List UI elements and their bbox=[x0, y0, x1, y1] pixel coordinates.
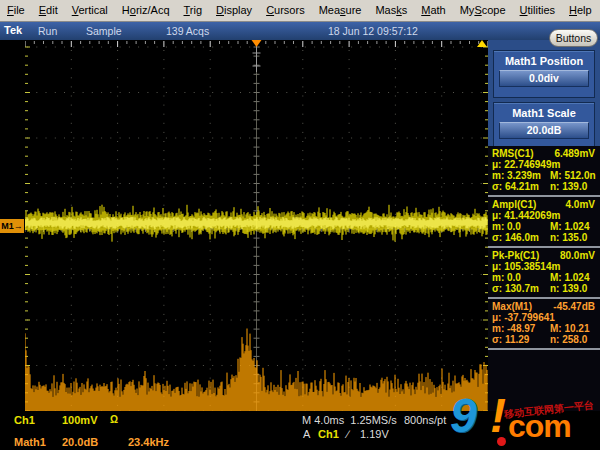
math1-position-marker[interactable]: M1→ bbox=[0, 219, 24, 233]
status-bar: Tek Run Sample 139 Acqs 18 Jun 12 09:57:… bbox=[0, 22, 600, 40]
resolution-readout: 800ns/pt bbox=[404, 414, 446, 426]
menu-cursors[interactable]: Cursors bbox=[259, 0, 312, 16]
trigger-prefix: A bbox=[303, 428, 310, 440]
menu-help[interactable]: Help bbox=[562, 0, 599, 16]
math1-scale-control: Math1 Scale 20.0dB bbox=[493, 102, 595, 150]
measurement-name: RMS(C1) bbox=[492, 148, 534, 159]
measurement-value: 4.0mV bbox=[566, 199, 597, 210]
control-panel: Math1 Position 0.0div Math1 Scale 20.0dB… bbox=[488, 40, 600, 411]
measurement-stat: n: 135.0 bbox=[550, 232, 587, 243]
ch1-coupling-icon: Ω bbox=[110, 414, 118, 425]
measurement-stat: n: 258.0 bbox=[550, 334, 587, 345]
measurement-stat: n: 139.0 bbox=[550, 181, 587, 192]
acquisition-state: Run bbox=[38, 25, 57, 37]
trigger-position-stem bbox=[253, 47, 261, 72]
measurement-stat: m: -48.97 bbox=[492, 323, 550, 334]
oscilloscope-screen: FileEditVerticalHoriz/AcqTrigDisplayCurs… bbox=[0, 0, 600, 450]
measurement-stat: μ: 41.442069m bbox=[492, 210, 560, 221]
measurement-stat: M: 1.024 bbox=[550, 221, 589, 232]
trigger-source: Ch1 bbox=[318, 428, 339, 440]
measurement-name: Pk-Pk(C1) bbox=[492, 250, 539, 261]
acquisition-mode: Sample bbox=[86, 25, 122, 37]
menu-bar: FileEditVerticalHoriz/AcqTrigDisplayCurs… bbox=[0, 0, 600, 22]
measurement-stat: M: 512.0n bbox=[550, 170, 596, 181]
measurement-stat: M: 1.024 bbox=[550, 272, 589, 283]
datetime: 18 Jun 12 09:57:12 bbox=[328, 25, 418, 37]
measurement-block-2: Ampl(C1)4.0mVμ: 41.442069mm: 0.0M: 1.024… bbox=[488, 197, 600, 248]
trigger-level-readout: 1.19V bbox=[360, 428, 389, 440]
menu-math[interactable]: Math bbox=[414, 0, 452, 16]
measurement-block-4: Max(M1)-45.47dBμ: -37.799641m: -48.97M: … bbox=[488, 299, 600, 350]
math1-position-value[interactable]: 0.0div bbox=[499, 70, 589, 87]
measurement-name: Ampl(C1) bbox=[492, 199, 536, 210]
math1-scale-readout[interactable]: 20.0dB bbox=[62, 436, 98, 448]
measurement-block-1: RMS(C1)6.489mVμ: 22.746949mm: 3.239mM: 5… bbox=[488, 146, 600, 197]
watermark-dot bbox=[497, 437, 506, 446]
measurement-stat: m: 3.239m bbox=[492, 170, 550, 181]
measurement-stat: M: 10.21 bbox=[550, 323, 589, 334]
measurement-stat: σ: 11.29 bbox=[492, 334, 550, 345]
menu-measure[interactable]: Measure bbox=[312, 0, 369, 16]
math1-label[interactable]: Math1 bbox=[14, 436, 46, 448]
watermark-exclamation: ! bbox=[490, 388, 506, 443]
measurement-stat: m: 0.0 bbox=[492, 272, 550, 283]
measurement-readouts: RMS(C1)6.489mVμ: 22.746949mm: 3.239mM: 5… bbox=[488, 146, 600, 411]
menu-utilities[interactable]: Utilities bbox=[513, 0, 562, 16]
measurement-value: -45.47dB bbox=[553, 301, 597, 312]
math1-scale-value[interactable]: 20.0dB bbox=[499, 122, 589, 139]
measurement-block-3: Pk-Pk(C1)80.0mVμ: 105.38514mm: 0.0M: 1.0… bbox=[488, 248, 600, 299]
measurement-stat: m: 0.0 bbox=[492, 221, 550, 232]
math1-scale-label: Math1 Scale bbox=[494, 107, 594, 119]
measurement-stat: μ: -37.799641 bbox=[492, 312, 555, 323]
menu-myscope[interactable]: MyScope bbox=[453, 0, 513, 16]
menu-trig[interactable]: Trig bbox=[177, 0, 210, 16]
menu-display[interactable]: Display bbox=[209, 0, 259, 16]
math1-frequency-readout: 23.4kHz bbox=[128, 436, 169, 448]
graticule-display bbox=[25, 40, 488, 411]
measurement-stat: σ: 130.7m bbox=[492, 283, 550, 294]
trigger-position-marker[interactable] bbox=[252, 40, 262, 47]
measurement-stat: σ: 64.21m bbox=[492, 181, 550, 192]
buttons-button[interactable]: Buttons bbox=[549, 29, 598, 47]
measurement-stat: σ: 146.0m bbox=[492, 232, 550, 243]
watermark-logo: 移动互联网第一平台 9 ! com bbox=[448, 394, 600, 450]
trigger-slope-icon: ∕ bbox=[347, 428, 349, 440]
menu-vertical[interactable]: Vertical bbox=[65, 0, 115, 16]
math1-position-control: Math1 Position 0.0div bbox=[493, 50, 595, 98]
menu-file[interactable]: File bbox=[0, 0, 32, 16]
menu-edit[interactable]: Edit bbox=[32, 0, 65, 16]
tek-logo: Tek bbox=[4, 24, 22, 36]
timebase-readout: M 4.0ms 1.25MS/s bbox=[302, 414, 397, 426]
measurement-stat: μ: 105.38514m bbox=[492, 261, 560, 272]
ch1-scale[interactable]: 100mV bbox=[62, 414, 97, 426]
measurement-stat: μ: 22.746949m bbox=[492, 159, 560, 170]
menu-horizacq[interactable]: Horiz/Acq bbox=[115, 0, 177, 16]
watermark-9: 9 bbox=[450, 388, 477, 443]
measurement-stat: n: 139.0 bbox=[550, 283, 587, 294]
watermark-com: com bbox=[508, 408, 571, 445]
menu-masks[interactable]: Masks bbox=[368, 0, 414, 16]
measurement-name: Max(M1) bbox=[492, 301, 532, 312]
measurement-value: 6.489mV bbox=[554, 148, 597, 159]
acquisition-count: 139 Acqs bbox=[166, 25, 209, 37]
measurement-value: 80.0mV bbox=[560, 250, 597, 261]
math1-position-label: Math1 Position bbox=[494, 55, 594, 67]
ch1-label[interactable]: Ch1 bbox=[14, 414, 35, 426]
